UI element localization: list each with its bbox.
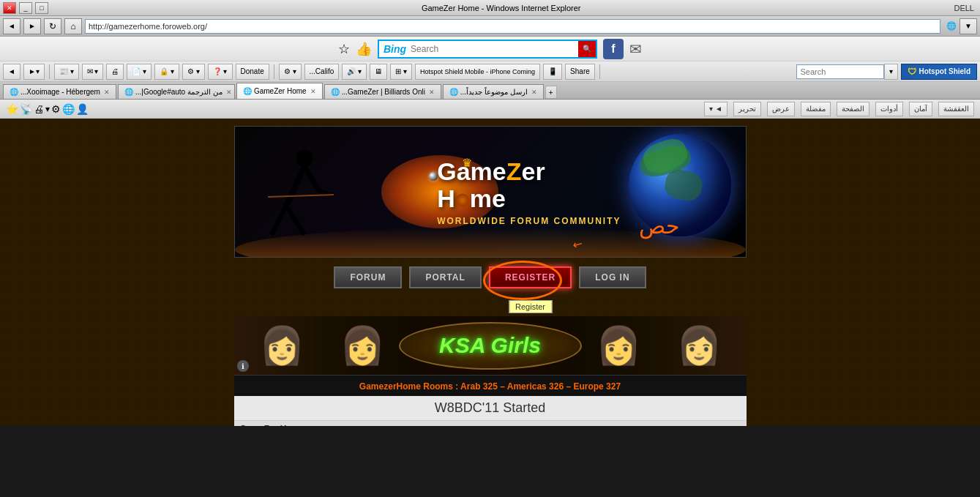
tab-favicon-4: 🌐 xyxy=(449,88,458,96)
search-go-button[interactable]: ▾ xyxy=(884,64,898,80)
address-input[interactable] xyxy=(85,19,940,34)
back-button[interactable]: ◄ xyxy=(3,18,20,34)
portal-button[interactable]: PORTAL xyxy=(409,266,481,288)
title-bar-controls: ✕ _ □ xyxy=(3,2,48,14)
view-unanswered-link[interactable]: View unanswered posts xyxy=(656,425,741,426)
settings-button[interactable]: ▼ xyxy=(960,18,977,34)
arabic-btn-0[interactable]: العقفشة xyxy=(938,102,974,116)
tools-button[interactable]: ⚙ ▾ xyxy=(182,64,205,80)
device-button[interactable]: 📱 xyxy=(543,64,562,80)
califo-button[interactable]: ...Califo xyxy=(304,64,340,80)
favorites-star-icon[interactable]: ☆ xyxy=(338,41,350,57)
bing-search-input[interactable] xyxy=(411,41,578,57)
new-tab-button[interactable]: + xyxy=(545,86,557,99)
tab-label-3: ...GameZer | Billiards Onli xyxy=(342,88,425,96)
banner-text-area: GameZer Hme WORLDWIDE FORUM COMMUNITY xyxy=(437,158,621,226)
banner-arabic-text: حص xyxy=(639,213,680,239)
tab-favicon-1: 🌐 xyxy=(124,88,133,96)
forum-section: W8BDC'11 Started GameZer Home View unans… xyxy=(234,396,747,426)
back-tb-button[interactable]: ◄ xyxy=(3,64,20,80)
tab-4[interactable]: 🌐 ...ارسل موضوعاً جديداً ✕ xyxy=(443,84,544,99)
arabic-btn-1[interactable]: آمان xyxy=(909,102,932,116)
page-button[interactable]: 📄 ▾ xyxy=(127,64,152,80)
print-button[interactable]: 🖨 xyxy=(106,64,124,80)
refresh-button[interactable]: ↻ xyxy=(44,18,61,34)
site-banner: ♛ GameZer Hme WORLDWIDE FORUM COMMUNITY … xyxy=(234,126,747,258)
arabic-btn-6[interactable]: تحرير xyxy=(733,102,761,116)
maximize-button[interactable]: □ xyxy=(35,2,48,14)
svg-line-2 xyxy=(272,206,286,235)
ksa-title: KSA Girls xyxy=(439,333,541,358)
svg-line-4 xyxy=(304,167,319,191)
tab-1[interactable]: 🌐 ...|Google#auto من الترجمة ✕ xyxy=(118,84,235,99)
tab-label-1: ...|Google#auto من الترجمة xyxy=(135,88,222,96)
arabic-btn-4[interactable]: مفضلة xyxy=(801,102,831,116)
arabic-nav-rss-icon[interactable]: 📡 xyxy=(20,103,32,115)
separator-1 xyxy=(49,64,50,79)
separator-3 xyxy=(599,64,600,79)
separator-2 xyxy=(274,64,274,79)
bing-logo: Bing xyxy=(379,43,411,55)
donate-button[interactable]: Donate xyxy=(236,64,269,80)
svg-line-6 xyxy=(268,195,334,197)
feeds-button[interactable]: 📰 ▾ xyxy=(54,64,79,80)
svg-point-0 xyxy=(296,149,313,167)
banner-home-span: H xyxy=(437,184,455,212)
screen-button[interactable]: 🖥 xyxy=(370,64,387,80)
tab-favicon-0: 🌐 xyxy=(10,88,18,96)
tab-close-2[interactable]: ✕ xyxy=(310,88,316,95)
hotspot-shield-button[interactable]: 🛡 Hotspot Shield xyxy=(901,64,977,80)
arabic-back-btn[interactable]: ◄ ▾ xyxy=(704,102,727,116)
extend-button[interactable]: ⊞ ▾ xyxy=(390,64,412,80)
help-button[interactable]: ❓ ▾ xyxy=(208,64,233,80)
arabic-nav-person-icon[interactable]: 👤 xyxy=(76,103,89,115)
svg-line-1 xyxy=(286,167,304,206)
arabic-nav-globe-icon[interactable]: 🌐 xyxy=(62,103,75,115)
bing-search-button[interactable]: 🔍 xyxy=(578,41,596,57)
forum-button[interactable]: FORUM xyxy=(334,266,402,288)
info-icon[interactable]: ℹ xyxy=(237,360,249,372)
home-button[interactable]: ⌂ xyxy=(64,18,82,34)
hotspot-mobile-button[interactable]: Hotspot Shield Mobile - iPhone Coming xyxy=(415,64,540,80)
close-button[interactable]: ✕ xyxy=(3,2,16,14)
forward-tb-button[interactable]: ►▾ xyxy=(23,64,45,80)
tab-2[interactable]: 🌐 GameZer Home ✕ xyxy=(236,83,323,99)
arabic-nav-print-icon[interactable]: 🖨 xyxy=(34,103,44,115)
forward-button[interactable]: ► xyxy=(23,18,41,34)
settings-tb-button[interactable]: ⚙ ▾ xyxy=(279,64,302,80)
banner-ball-in-text xyxy=(456,194,469,207)
tab-close-0[interactable]: ✕ xyxy=(104,89,110,96)
ksa-face-emoji-1: 👩 xyxy=(259,324,304,367)
minimize-button[interactable]: _ xyxy=(19,2,32,14)
tab-close-4[interactable]: ✕ xyxy=(531,89,537,96)
window-title: GameZer Home - Windows Internet Explorer xyxy=(48,4,954,12)
tab-label-4: ...ارسل موضوعاً جديداً xyxy=(460,88,528,96)
arabic-btn-5[interactable]: عرض xyxy=(767,102,795,116)
banner-game-text: GameZer Hme xyxy=(437,158,621,213)
tab-close-3[interactable]: ✕ xyxy=(429,89,435,96)
facebook-icon[interactable]: f xyxy=(603,39,624,59)
tab-0[interactable]: 🌐 ...Xooimage - Hébergem ✕ xyxy=(3,84,116,99)
search-input[interactable] xyxy=(796,64,884,79)
ksa-banner: 👩 👩 KSA Girls 👩 👩 ℹ xyxy=(234,316,747,375)
tab-3[interactable]: 🌐 ...GameZer | Billiards Onli ✕ xyxy=(324,84,441,99)
arabic-nav-star-icon[interactable]: ⭐ xyxy=(6,103,18,115)
share-button[interactable]: Share xyxy=(565,64,595,80)
mail-icon[interactable]: ✉ xyxy=(629,40,642,58)
safety-button[interactable]: 🔒 ▾ xyxy=(154,64,179,80)
login-button[interactable]: LOG IN xyxy=(579,266,646,288)
mail-button[interactable]: ✉ ▾ xyxy=(82,64,104,80)
forum-section-header: GameZer Home View unanswered posts xyxy=(234,421,747,426)
register-button[interactable]: REGISTER xyxy=(489,266,572,288)
arabic-btn-2[interactable]: أدوات xyxy=(875,102,903,116)
tab-close-1[interactable]: ✕ xyxy=(226,89,232,96)
thumbs-up-icon[interactable]: 👍 xyxy=(356,41,372,57)
ksa-face-left-2: 👩 xyxy=(315,316,410,375)
ksa-face-emoji-4: 👩 xyxy=(676,324,722,367)
arabic-nav-arrow-icon[interactable]: ▾ xyxy=(45,104,50,114)
arabic-nav-tool-icon[interactable]: ⚙ xyxy=(51,103,61,115)
arabic-nav-bar: العقفشة آمان أدوات الصفحة مفضلة عرض تحري… xyxy=(0,100,980,119)
rooms-bar: GamezerHome Rooms : Arab 325 – Americas … xyxy=(234,375,747,396)
arabic-btn-3[interactable]: الصفحة xyxy=(837,102,869,116)
audio-button[interactable]: 🔊 ▾ xyxy=(342,64,367,80)
